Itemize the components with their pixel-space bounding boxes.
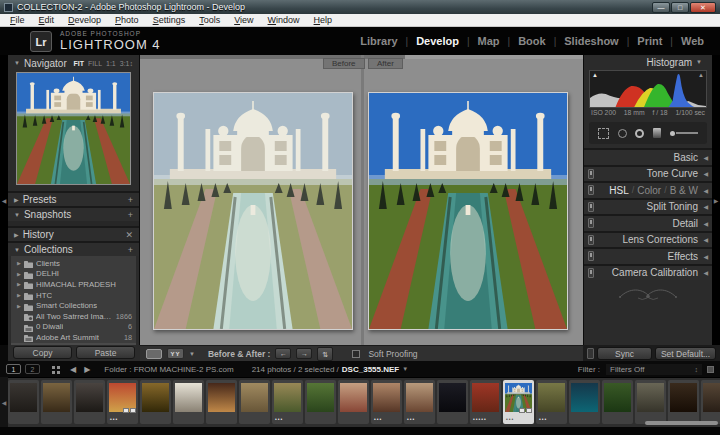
menu-develop[interactable]: Develop [61,15,108,25]
filmstrip-thumb[interactable] [305,380,336,424]
filename-caret-icon[interactable]: ▼ [402,366,408,372]
histogram-header[interactable]: Histogram ▼ [584,55,712,69]
filmstrip-thumb[interactable]: ••• [107,380,138,424]
title-bar[interactable]: COLLECTION-2 - Adobe Photoshop Lightroom… [0,0,720,14]
highlight-clipping-icon[interactable]: ▲ [698,72,704,78]
section-lens-corrections[interactable]: Lens Corrections◀ [584,231,712,248]
section-expand-icon[interactable]: ◀ [703,203,708,210]
minimize-button[interactable]: — [652,2,670,13]
panel-switch-icon[interactable] [588,185,594,195]
filmstrip-thumb[interactable] [338,380,369,424]
histogram-disclosure-icon[interactable]: ▼ [696,59,702,65]
section-camera-calibration[interactable]: Camera Calibration◀ [584,264,712,281]
filmstrip-thumb[interactable] [74,380,105,424]
collection-expand-icon[interactable]: ▶ [17,271,24,277]
section-tone-curve[interactable]: Tone Curve◀ [584,165,712,182]
main-window-button[interactable]: 1 [6,364,21,374]
thumb-badge-icon[interactable] [123,408,129,413]
tab-slideshow[interactable]: Slideshow [556,35,626,47]
panel-switch-icon[interactable] [588,169,594,179]
filmstrip-thumb[interactable] [701,380,720,424]
filmstrip-thumb[interactable] [437,380,468,424]
maximize-button[interactable]: □ [671,2,689,13]
set-default-button[interactable]: Set Default... [655,347,716,360]
section-expand-icon[interactable]: ◀ [703,187,708,194]
view-mode-caret-icon[interactable]: ▼ [189,351,195,357]
before-photo[interactable] [153,92,353,330]
adjustment-brush-icon[interactable] [670,131,698,136]
panel-switch-icon[interactable] [588,235,594,245]
copy-after-to-before-button[interactable]: → [296,348,312,359]
section-basic[interactable]: Basic◀ [584,148,712,165]
filmstrip-thumb[interactable] [8,380,39,424]
left-panel-collapse-arrow[interactable]: ◀ [0,55,8,345]
tab-book[interactable]: Book [510,35,554,47]
menu-edit[interactable]: Edit [32,15,62,25]
menu-help[interactable]: Help [307,15,340,25]
collection-expand-icon[interactable]: ▶ [17,281,24,287]
filmstrip-thumb[interactable] [668,380,699,424]
thumb-badge-icon[interactable] [526,408,532,413]
copy-before-to-after-button[interactable]: ← [275,348,291,359]
filmstrip-scroll-left-icon[interactable]: ◀ [0,377,8,427]
menu-view[interactable]: View [227,15,260,25]
menu-tools[interactable]: Tools [192,15,227,25]
navigator-disclosure-icon[interactable]: ▼ [14,60,20,66]
tab-library[interactable]: Library [352,35,405,47]
previous-photo-icon[interactable]: ◀ [70,365,76,374]
collection-expand-icon[interactable]: ▶ [17,260,24,266]
navigator-zoom-1:1[interactable]: 1:1 [106,60,116,67]
section-expand-icon[interactable]: ◀ [703,220,708,227]
thumb-badge-icon[interactable] [130,408,136,413]
add-icon[interactable]: + [128,210,133,220]
thumb-badge-icon[interactable] [519,408,525,413]
filmstrip-thumb[interactable]: ••• [503,380,534,424]
tab-map[interactable]: Map [470,35,508,47]
section-hsl-color-bw[interactable]: HSL/Color/B & W◀ [584,181,712,198]
filmstrip-thumb[interactable] [602,380,633,424]
swap-before-after-button[interactable]: ⇅ [317,347,333,361]
navigator-header[interactable]: ▼ Navigator FITFILL1:13:1 ↕ [8,55,139,71]
navigator-zoom-fit[interactable]: FIT [74,60,85,67]
panel-switch-icon[interactable] [588,218,594,228]
panel-header-presets[interactable]: ▶Presets+ [8,191,139,206]
section-detail[interactable]: Detail◀ [584,214,712,231]
loupe-view-icon[interactable] [146,349,162,359]
filmstrip-thumb[interactable]: ••• [404,380,435,424]
section-expand-icon[interactable]: ◀ [703,236,708,243]
tab-web[interactable]: Web [673,35,712,47]
section-expand-icon[interactable]: ◀ [703,154,708,161]
section-expand-icon[interactable]: ◀ [703,253,708,260]
hsl-segment-hsl[interactable]: HSL [609,185,628,196]
filmstrip-thumb[interactable] [173,380,204,424]
grid-view-icon[interactable] [52,360,60,378]
menu-photo[interactable]: Photo [108,15,146,25]
collection-expand-icon[interactable]: ▶ [17,292,24,298]
tab-print[interactable]: Print [629,35,670,47]
section-effects[interactable]: Effects◀ [584,247,712,264]
clear-history-icon[interactable]: ✕ [125,230,133,240]
filter-lock-icon[interactable] [707,366,714,373]
copy-button[interactable]: Copy [13,346,72,359]
disclosure-closed-icon[interactable]: ▶ [14,231,19,238]
histogram-graph[interactable]: ▲ ▲ [589,70,707,108]
autosync-switch[interactable] [587,348,594,359]
panel-header-history[interactable]: ▶History✕ [8,226,139,241]
hsl-segment-color[interactable]: Color [637,185,661,196]
crop-tool-icon[interactable] [598,128,609,139]
filmstrip-thumb[interactable]: ••• [371,380,402,424]
right-panel-collapse-arrow[interactable]: ▶ [712,55,720,345]
panel-switch-icon[interactable] [588,268,594,278]
add-icon[interactable]: + [128,245,133,255]
shadow-clipping-icon[interactable]: ▲ [592,72,598,78]
second-window-button[interactable]: 2 [25,364,40,374]
filename[interactable]: DSC_3555.NEF [342,365,399,374]
filmstrip-thumb[interactable] [239,380,270,424]
spot-removal-icon[interactable] [618,129,627,138]
navigator-zoom-fill[interactable]: FILL [88,60,102,67]
disclosure-open-icon[interactable]: ▼ [14,247,20,253]
panel-switch-icon[interactable] [588,202,594,212]
panel-header-snapshots[interactable]: ▼Snapshots+ [8,206,139,221]
folder-breadcrumb[interactable]: Folder : FROM MACHINE-2 PS.com [104,365,233,374]
panel-switch-icon[interactable] [588,251,594,261]
